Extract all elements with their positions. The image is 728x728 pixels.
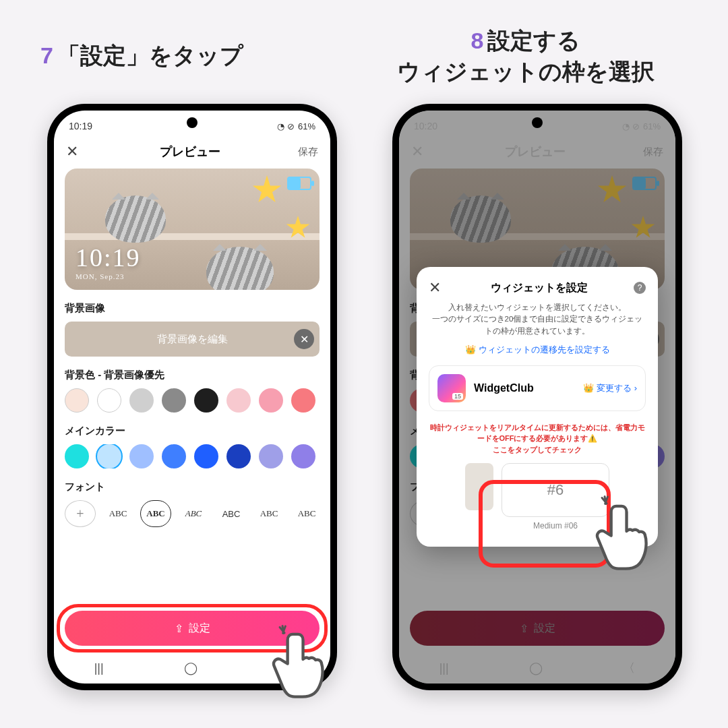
modal-title: ウィジェットを設定 (445, 281, 634, 295)
help-icon[interactable]: ? (634, 282, 646, 294)
bg-edit-button[interactable]: 背景画像を編集 ✕ (65, 322, 320, 357)
close-icon[interactable]: ✕ (411, 143, 427, 160)
main-color-row (65, 444, 320, 468)
link-text: ウィジェットの遷移先を設定する (479, 344, 610, 355)
status-misc-icon: ◔ ⊘ (622, 121, 640, 131)
save-button[interactable]: 保存 (298, 146, 318, 158)
nav-recent-icon[interactable]: ||| (94, 661, 104, 675)
page-title: プレビュー (427, 144, 643, 160)
close-icon[interactable]: ✕ (66, 143, 82, 160)
modal-description: 入れ替えたいウィジェットを選択してください。 一つのサイズにつき20個まで自由に… (429, 302, 646, 337)
font-option[interactable]: ABC (291, 500, 320, 527)
status-time: 10:20 (414, 121, 437, 131)
color-swatch[interactable] (129, 444, 154, 468)
tap-hand-icon (270, 627, 344, 708)
phone-left: 10:19 ◔ ⊘ 61% ✕ プレビュー 保存 10:19 (47, 104, 337, 690)
color-swatch[interactable] (162, 444, 186, 468)
change-button[interactable]: 👑 変更する › (583, 382, 637, 394)
color-swatch[interactable] (65, 444, 89, 468)
warning-text[interactable]: 時計ウィジェットをリアルタイムに更新するためには、省電力モードをOFFにする必要… (429, 422, 646, 456)
status-misc-icon: ◔ ⊘ (277, 121, 295, 131)
font-option[interactable]: ABC (178, 500, 209, 527)
label-bg-color: 背景色 - 背景画像優先 (65, 369, 320, 382)
crown-icon: 👑 (465, 344, 476, 355)
battery-icon (632, 177, 657, 190)
warn-line: 時計ウィジェットをリアルタイムに更新するためには、省電力モードをOFFにする必要… (430, 423, 645, 443)
app-header: ✕ プレビュー 保存 (399, 138, 675, 169)
widgetclub-name: WidgetClub (474, 382, 575, 394)
warn-line: ここをタップしてチェック (493, 446, 582, 454)
phone-right: 10:20 ◔ ⊘ 61% ✕ プレビュー 保存 背景画像 (392, 104, 682, 690)
settei-button: ⇪ 設定 (410, 611, 665, 646)
font-option-selected[interactable]: ABC (140, 500, 171, 527)
tap-hand-icon (593, 499, 667, 580)
app-header: ✕ プレビュー 保存 (54, 138, 330, 169)
widget-clock-time: 10:19 (75, 243, 141, 272)
color-swatch[interactable] (194, 444, 218, 468)
bg-clear-icon[interactable]: ✕ (294, 329, 314, 349)
crown-icon: 👑 (583, 383, 594, 393)
bottom-bar: ⇪ 設定 (399, 601, 675, 653)
bg-edit-text: 背景画像を編集 (157, 333, 228, 346)
font-add-button[interactable]: + (65, 500, 96, 527)
color-swatch-selected[interactable] (97, 444, 121, 468)
change-text: 変更する (597, 383, 632, 393)
step7-caption: 7「設定」をタップ (40, 40, 243, 71)
page-title: プレビュー (82, 144, 298, 160)
modal-desc-line: 一つのサイズにつき20個まで自由に設定できるウィジェットの枠が用意されています。 (432, 315, 643, 334)
widget-destination-link[interactable]: 👑ウィジェットの遷移先を設定する (429, 344, 646, 356)
nav-home-icon[interactable]: ◯ (529, 661, 543, 675)
font-row: + ABC ABC ABC ABC ABC ABC (65, 500, 320, 527)
screen-right: 10:20 ◔ ⊘ 61% ✕ プレビュー 保存 背景画像 (399, 111, 675, 684)
nav-home-icon[interactable]: ◯ (184, 661, 198, 675)
label-main-color: メインカラー (65, 425, 320, 437)
settei-button-label: 設定 (189, 621, 210, 636)
step7-text: 「設定」をタップ (57, 42, 243, 68)
upload-icon: ⇪ (175, 622, 183, 635)
status-icons: ◔ ⊘ 61% (277, 121, 315, 131)
widget-clock: 10:19 MON, Sep.23 (75, 243, 141, 280)
color-swatch[interactable] (129, 388, 154, 413)
upload-icon: ⇪ (520, 622, 528, 635)
step8-line1: 設定する (487, 28, 580, 53)
status-battery: 61% (298, 121, 315, 131)
camera-punch-hole (532, 117, 543, 128)
step8-number: 8 (471, 28, 484, 53)
color-swatch[interactable] (226, 388, 251, 413)
label-bg-image: 背景画像 (65, 302, 320, 315)
widget-preview[interactable]: 10:19 MON, Sep.23 (65, 169, 320, 290)
widgetclub-app-icon (437, 374, 466, 402)
color-swatch[interactable] (291, 388, 315, 413)
nav-back-icon[interactable]: 〈 (623, 660, 635, 676)
color-swatch[interactable] (259, 444, 283, 468)
widget-clock-date: MON, Sep.23 (75, 272, 141, 280)
color-swatch[interactable] (97, 388, 121, 413)
color-swatch[interactable] (162, 388, 186, 413)
status-battery: 61% (643, 121, 661, 131)
step7-number: 7 (40, 42, 53, 68)
save-button[interactable]: 保存 (643, 146, 663, 158)
label-font: フォント (65, 481, 320, 493)
color-swatch[interactable] (259, 388, 283, 413)
screen-left: 10:19 ◔ ⊘ 61% ✕ プレビュー 保存 10:19 (54, 111, 330, 684)
color-swatch[interactable] (65, 388, 89, 413)
color-swatch[interactable] (291, 444, 315, 468)
nav-recent-icon[interactable]: ||| (439, 661, 449, 675)
battery-icon (287, 177, 311, 190)
color-swatch[interactable] (226, 444, 251, 468)
widgetclub-card[interactable]: WidgetClub 👑 変更する › (429, 365, 646, 411)
bg-color-row (65, 388, 320, 413)
step8-line2: ウィジェットの枠を選択 (337, 57, 715, 88)
color-swatch[interactable] (194, 388, 218, 413)
font-option[interactable]: ABC (216, 500, 247, 527)
font-option[interactable]: ABC (102, 500, 133, 527)
settei-button-label: 設定 (534, 621, 555, 636)
font-option[interactable]: ABC (253, 500, 284, 527)
android-nav-bar: ||| ◯ 〈 (399, 653, 675, 684)
modal-close-icon[interactable]: ✕ (429, 279, 445, 297)
modal-desc-line: 入れ替えたいウィジェットを選択してください。 (448, 303, 626, 311)
status-time: 10:19 (69, 121, 92, 131)
content-area: 10:19 MON, Sep.23 背景画像 背景画像を編集 ✕ 背景色 - 背… (54, 169, 330, 601)
slot-preview-thumb[interactable] (465, 463, 493, 510)
status-icons: ◔ ⊘ 61% (622, 121, 661, 131)
